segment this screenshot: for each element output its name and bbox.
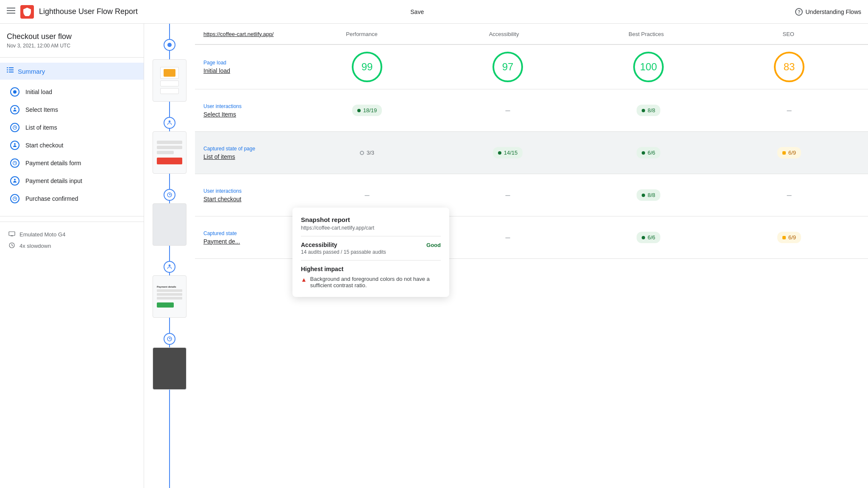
- scores-url[interactable]: https://coffee-cart.netlify.app/: [203, 31, 274, 37]
- score-cell-bp-initial: 100: [578, 52, 719, 82]
- score-cell-acc-payment: –: [437, 232, 578, 243]
- score-circle-97: 97: [492, 52, 523, 82]
- user-interaction-icon-payment: [10, 176, 19, 186]
- main-layout: Checkout user flow Nov 3, 2021, 12:00 AM…: [0, 24, 868, 488]
- col-header-performance: Performance: [291, 31, 433, 37]
- sidebar-step-purchase-confirmed[interactable]: Purchase confirmed: [0, 190, 144, 208]
- score-cell-perf-select: 18/19: [297, 105, 437, 116]
- score-cells-start-checkout: – – 8/8 –: [297, 189, 860, 201]
- pill-dot: [642, 194, 645, 197]
- pill-dot: [642, 151, 645, 155]
- tooltip-accessibility-desc: 14 audits passed / 15 passable audits: [301, 249, 441, 255]
- top-nav: Lighthouse User Flow Report Save ? Under…: [0, 0, 868, 24]
- user-interaction-icon-checkout: [10, 141, 19, 150]
- score-cell-perf-checkout: –: [297, 189, 437, 201]
- row-name-start-checkout[interactable]: Start checkout: [203, 196, 297, 202]
- tooltip-impact-text: Background and foreground colors do not …: [310, 276, 441, 288]
- step-label-list-of-items: List of items: [25, 124, 57, 131]
- device-info: Emulated Moto G4: [8, 229, 135, 240]
- svg-rect-4: [9, 67, 14, 68]
- tooltip-accessibility-label: Accessibility: [301, 241, 337, 248]
- row-name-payment[interactable]: Payment de...: [203, 238, 297, 245]
- sidebar-header: Checkout user flow Nov 3, 2021, 12:00 AM…: [0, 24, 144, 52]
- step-label-initial-load: Initial load: [25, 89, 52, 95]
- svg-rect-22: [11, 236, 13, 236]
- step-label-select-items: Select Items: [25, 106, 58, 113]
- dash-acc-checkout: –: [505, 190, 510, 200]
- sidebar-footer-divider: [0, 216, 144, 216]
- timeline-thumb-select-items[interactable]: [153, 117, 186, 174]
- hamburger-icon[interactable]: [7, 6, 15, 17]
- score-cell-bp-checkout: 8/8: [578, 189, 719, 201]
- row-name-select-items[interactable]: Select Items: [203, 111, 297, 118]
- svg-rect-8: [9, 72, 14, 72]
- score-row-initial-load: Page load Initial load 99 97 100 83: [195, 45, 868, 89]
- timeline-thumb-initial-load[interactable]: [153, 45, 186, 102]
- svg-rect-0: [7, 8, 15, 8]
- score-cell-seo-checkout: –: [719, 189, 860, 201]
- sidebar-title: Checkout user flow: [7, 32, 137, 41]
- row-label-initial-load: Page load Initial load: [203, 60, 297, 74]
- score-cell-seo-list: 6/9: [719, 147, 860, 158]
- score-pill-18-19: 18/19: [352, 105, 382, 116]
- pill-value: 6/6: [648, 150, 655, 156]
- step-label-payment-form: Payment details form: [25, 160, 81, 166]
- snapshot-icon-purchase: [10, 194, 19, 203]
- help-link[interactable]: ? Understanding Flows: [795, 8, 861, 16]
- score-pill-6-9-payment: 6/9: [777, 232, 801, 243]
- pill-value: 3/3: [367, 150, 374, 156]
- score-cells-select-items: 18/19 – 8/8 –: [297, 105, 860, 116]
- sidebar-step-initial-load[interactable]: Initial load: [0, 83, 144, 101]
- score-pill-6-6-list: 6/6: [637, 147, 660, 158]
- score-cell-perf-initial: 99: [297, 52, 437, 82]
- tooltip-divider-2: [301, 260, 441, 261]
- sidebar-footer: Emulated Moto G4 4x slowdown: [0, 222, 144, 258]
- svg-point-9: [14, 108, 16, 109]
- step-label-start-checkout: Start checkout: [25, 142, 64, 149]
- throttle-icon: [8, 242, 15, 250]
- tooltip-impact-title: Highest impact: [301, 266, 441, 272]
- score-cell-acc-initial: 97: [437, 52, 578, 82]
- row-name-initial-load[interactable]: Initial load: [203, 67, 297, 74]
- timeline-thumb-payment-form[interactable]: Payment details: [153, 261, 186, 318]
- score-cells-initial-load: 99 97 100 83: [297, 52, 860, 82]
- row-type-start-checkout: User interactions: [203, 188, 297, 194]
- dash-perf-checkout: –: [364, 190, 369, 200]
- dash-seo-select: –: [787, 105, 791, 115]
- tooltip-divider-1: [301, 236, 441, 236]
- svg-point-24: [169, 120, 171, 122]
- col-header-seo: SEO: [717, 31, 860, 37]
- timeline-thumb-list-of-items[interactable]: [153, 189, 186, 246]
- sidebar-step-start-checkout[interactable]: Start checkout: [0, 136, 144, 154]
- score-cell-seo-initial: 83: [719, 52, 860, 82]
- sidebar-step-payment-form[interactable]: Payment details form: [0, 154, 144, 172]
- pill-value: 14/15: [504, 150, 518, 156]
- pill-dot: [642, 109, 645, 112]
- user-interaction-icon-select: [10, 105, 19, 114]
- svg-point-13: [14, 143, 16, 145]
- pill-dot-orange: [782, 236, 786, 239]
- svg-rect-21: [9, 232, 15, 236]
- sidebar-step-select-items[interactable]: Select Items: [0, 101, 144, 119]
- svg-point-17: [14, 179, 16, 180]
- sidebar-step-list-of-items[interactable]: List of items: [0, 119, 144, 136]
- score-cell-seo-select: –: [719, 105, 860, 116]
- row-type-select-items: User interactions: [203, 103, 297, 109]
- pill-value: 8/8: [648, 192, 655, 198]
- svg-rect-6: [9, 69, 14, 70]
- sidebar-summary-item[interactable]: Summary: [0, 63, 144, 80]
- scores-url-bar: https://coffee-cart.netlify.app/ Perform…: [195, 24, 868, 45]
- row-name-list[interactable]: List of items: [203, 153, 297, 160]
- pill-dot: [498, 151, 501, 155]
- col-header-accessibility: Accessibility: [433, 31, 575, 37]
- timeline-thumb-payment-input[interactable]: [153, 333, 186, 390]
- timeline-column: Payment details: [144, 24, 195, 488]
- list-icon: [7, 67, 14, 75]
- row-type-payment: Captured state: [203, 230, 297, 236]
- save-button[interactable]: Save: [405, 6, 429, 18]
- tooltip-impact-item: ▲ Background and foreground colors do no…: [301, 276, 441, 288]
- content-area: Payment details: [144, 24, 868, 488]
- snapshot-icon-payment-form: [10, 158, 19, 168]
- sidebar-step-payment-input[interactable]: Payment details input: [0, 172, 144, 190]
- app-title: Lighthouse User Flow Report: [39, 7, 405, 16]
